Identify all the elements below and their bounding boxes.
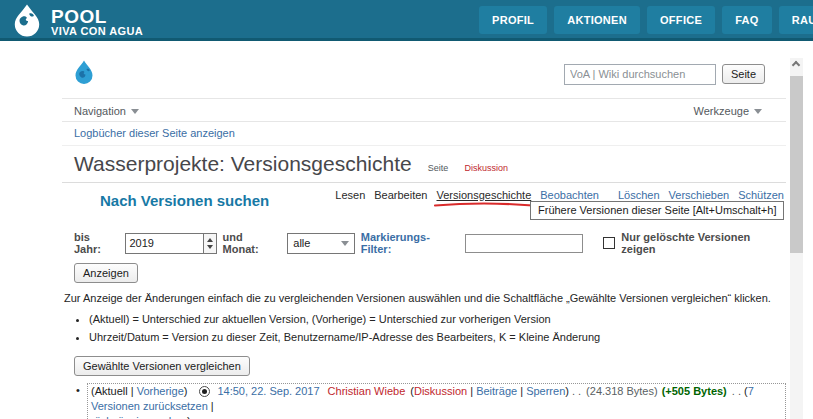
anzeigen-button[interactable]: Anzeigen bbox=[74, 263, 138, 283]
chevron-down-icon bbox=[341, 241, 349, 246]
month-select-value: alle bbox=[293, 237, 310, 249]
diff-previous-link[interactable]: Vorherige bbox=[137, 385, 184, 397]
tab-versionsgeschichte-wrap: Versionsgeschichte bbox=[436, 189, 531, 201]
user-contribs-link[interactable]: Beiträge bbox=[476, 385, 517, 397]
spinner-up-icon bbox=[207, 238, 213, 242]
nav-profil-button[interactable]: PROFIL bbox=[479, 6, 547, 34]
tag-filter-input[interactable] bbox=[465, 234, 583, 253]
month-label: und Monat: bbox=[223, 231, 282, 255]
namespace-tab-seite[interactable]: Seite bbox=[428, 163, 449, 173]
help-bullet: (Aktuell) = Unterschied zur aktuellen Ve… bbox=[89, 311, 786, 329]
history-intro-text: Zur Anzeige der Änderungen einfach die z… bbox=[64, 292, 786, 304]
punct: | bbox=[470, 385, 473, 397]
top-nav: PROFIL AKTIONEN OFFICE FAQ RAUSLOGGEN bbox=[479, 6, 813, 34]
page-title: Wasserprojekte: Versionsgeschichte bbox=[74, 152, 412, 175]
wiki-page: Seite Navigation Werkzeuge Logbücher die… bbox=[62, 44, 786, 419]
brand-logo[interactable]: POOL VIVA CON AGUA bbox=[10, 3, 143, 41]
year-label: bis Jahr: bbox=[74, 231, 119, 255]
user-link[interactable]: Christian Wiebe bbox=[328, 385, 406, 397]
revision-row: • (Aktuell | Vorherige)14:50, 22. Sep. 2… bbox=[76, 383, 786, 419]
punct: ) bbox=[187, 415, 191, 419]
brand-subtitle: VIVA CON AGUA bbox=[51, 25, 143, 37]
brand-text: POOL VIVA CON AGUA bbox=[51, 8, 143, 37]
spinner-down-icon bbox=[207, 245, 213, 249]
punct: | bbox=[520, 385, 523, 397]
nav-rausloggen-button[interactable]: RAUSLOGGEN bbox=[779, 6, 813, 34]
chevron-down-icon bbox=[131, 109, 139, 114]
app-header: POOL VIVA CON AGUA PROFIL AKTIONEN OFFIC… bbox=[0, 0, 813, 41]
vca-drop-icon bbox=[74, 60, 94, 88]
punct: . . bbox=[572, 385, 581, 397]
wiki-search-group: Seite bbox=[564, 64, 765, 85]
year-spinner[interactable] bbox=[203, 234, 216, 253]
tab-bearbeiten[interactable]: Bearbeiten bbox=[374, 189, 427, 201]
history-help-list: (Aktuell) = Unterschied zur aktuellen Ve… bbox=[62, 311, 786, 346]
brand-title: POOL bbox=[51, 8, 143, 25]
deleted-versions-label: Nur gelöschte Versionen zeigen bbox=[621, 231, 786, 255]
compare-versions-button[interactable]: Gewählte Versionen vergleichen bbox=[74, 356, 250, 376]
revision-content: (Aktuell | Vorherige)14:50, 22. Sep. 201… bbox=[87, 383, 786, 419]
punct: ) bbox=[565, 385, 569, 397]
nav-aktionen-button[interactable]: AKTIONEN bbox=[554, 6, 640, 34]
tab-lesen[interactable]: Lesen bbox=[335, 189, 365, 201]
list-bullet: • bbox=[76, 383, 87, 398]
wiki-search-seite-button[interactable]: Seite bbox=[722, 64, 765, 84]
revision-date-link[interactable]: 14:50, 22. Sep. 2017 bbox=[217, 385, 319, 397]
revision-size: (24.318 Bytes) bbox=[586, 385, 658, 397]
help-bullet: Uhrzeit/Datum = Version zu dieser Zeit, … bbox=[89, 329, 786, 347]
deleted-versions-checkbox[interactable] bbox=[603, 237, 615, 249]
chevron-down-icon bbox=[754, 109, 762, 114]
year-input[interactable] bbox=[126, 234, 202, 253]
tab-verschieben[interactable]: Verschieben bbox=[669, 189, 730, 201]
section-heading: Nach Versionen suchen bbox=[100, 192, 269, 209]
werkzeuge-menu[interactable]: Werkzeuge bbox=[694, 105, 762, 117]
undo-link[interactable]: rückgängig machen bbox=[91, 415, 187, 419]
scrollbar-thumb[interactable] bbox=[790, 76, 803, 253]
scroll-up-arrow-icon[interactable] bbox=[792, 61, 800, 69]
title-row: Wasserprojekte: Versionsgeschichte Seite… bbox=[74, 151, 786, 177]
punct: | bbox=[211, 400, 214, 412]
annotation-underline bbox=[433, 201, 535, 208]
wiki-search-input[interactable] bbox=[564, 64, 716, 85]
navigation-menu-label: Navigation bbox=[74, 105, 126, 117]
log-row: Logbücher dieser Seite anzeigen bbox=[62, 122, 786, 146]
tab-beobachten[interactable]: Beobachten bbox=[540, 189, 599, 201]
wiki-search-row: Seite bbox=[62, 44, 786, 99]
action-tabs: Lesen Bearbeiten Versionsgeschichte Beob… bbox=[335, 189, 784, 201]
vertical-scrollbar[interactable] bbox=[790, 58, 803, 419]
revision-diff-bytes: (+505 Bytes) bbox=[662, 385, 727, 397]
wiki-menu-row: Navigation Werkzeuge bbox=[62, 99, 786, 122]
punct: ) bbox=[184, 385, 188, 397]
punct: | bbox=[131, 385, 134, 397]
werkzeuge-menu-label: Werkzeuge bbox=[694, 105, 749, 117]
user-talk-link[interactable]: Diskussion bbox=[414, 385, 467, 397]
globe-drop-icon bbox=[10, 3, 44, 41]
tab-schuetzen[interactable]: Schützen bbox=[738, 189, 784, 201]
tag-filter-label: Markierungs-Filter: bbox=[361, 231, 460, 255]
current-label: Aktuell bbox=[95, 385, 128, 397]
punct: . . bbox=[732, 385, 741, 397]
year-input-wrap bbox=[125, 233, 216, 254]
filters-row: bis Jahr: und Monat: alle Markierungs-Fi… bbox=[74, 231, 786, 255]
tab-versionsgeschichte[interactable]: Versionsgeschichte bbox=[436, 189, 531, 201]
user-block-link[interactable]: Sperren bbox=[526, 385, 565, 397]
nav-office-button[interactable]: OFFICE bbox=[647, 6, 715, 34]
namespace-tab-diskussion[interactable]: Diskussion bbox=[464, 163, 508, 173]
navigation-menu[interactable]: Navigation bbox=[74, 105, 139, 117]
revision-list: • (Aktuell | Vorherige)14:50, 22. Sep. 2… bbox=[62, 383, 786, 419]
screenshot-root: POOL VIVA CON AGUA PROFIL AKTIONEN OFFIC… bbox=[0, 0, 813, 419]
revision-radio[interactable] bbox=[199, 386, 210, 397]
month-select[interactable]: alle bbox=[287, 233, 354, 254]
page-logs-link[interactable]: Logbücher dieser Seite anzeigen bbox=[74, 127, 235, 139]
tooltip-history-tab: Frühere Versionen dieser Seite [Alt+Umsc… bbox=[530, 201, 784, 220]
nav-faq-button[interactable]: FAQ bbox=[722, 6, 772, 34]
tab-loeschen[interactable]: Löschen bbox=[618, 189, 660, 201]
